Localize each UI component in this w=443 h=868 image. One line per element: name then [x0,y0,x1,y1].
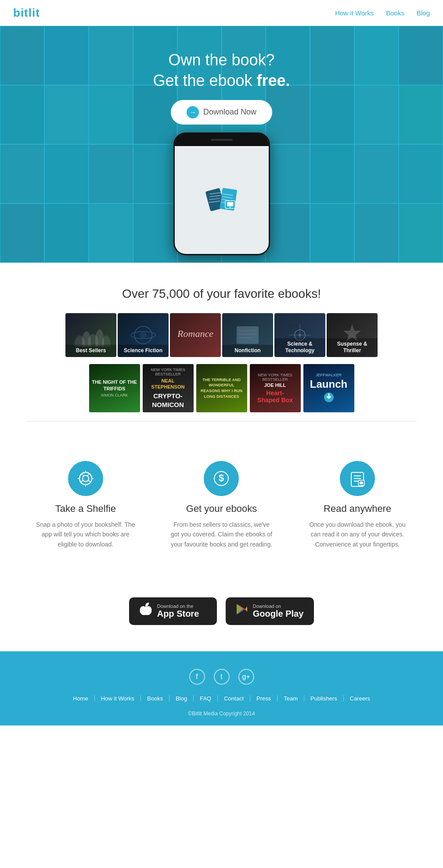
category-romance-label [170,351,221,357]
category-suspense-thriller[interactable]: Suspense & Thriller [327,313,378,357]
nav-how-it-works[interactable]: How it Works [335,9,374,17]
bitlit-book-icon [204,182,239,218]
footer-nav-books[interactable]: Books [141,695,169,702]
book-launch[interactable]: JEFFWALKER Launch [303,364,354,412]
read-icon [340,461,375,496]
google-play-text: Download on Google Play [253,604,304,619]
hero-section: Own the book? Get the ebook free. → Down… [0,26,443,263]
download-section: Download on the App Store Download on Go… [0,575,443,651]
arrow-circle-icon: → [187,106,199,118]
footer-nav-how-it-works[interactable]: How it Works [95,695,141,702]
book-heart-author: JOE HILL [264,382,286,388]
books-row: THE NIGHT OF THE TRIFFIDS SIMON CLARK NE… [13,364,430,412]
main-nav: How it Works Books Blog [335,9,430,17]
category-nonfiction-label: Nonfiction [222,345,273,357]
facebook-icon[interactable]: f [189,669,205,685]
google-play-large: Google Play [253,609,304,619]
download-now-button[interactable]: → Download Now [171,100,272,125]
ebooks-title: Over 75,000 of your favorite ebooks! [13,287,430,301]
footer-social: f t g+ [13,669,430,685]
phone-screen [175,146,269,254]
book-launch-title: Launch [310,378,347,390]
book-run[interactable]: the terrible and wonderful reasons why I… [196,364,247,412]
category-romance[interactable]: Romance [170,313,221,357]
header: bitlit How it Works Books Blog [0,0,443,26]
book-cryptonomicon[interactable]: NEW YORK TIMES BESTSELLER NEAL STEPHENSO… [143,364,194,412]
footer-nav-publishers[interactable]: Publishers [304,695,344,702]
svg-point-31 [83,475,89,482]
footer: f t g+ Home How it Works Books Blog FAQ … [0,651,443,725]
shelfie-desc: Snap a photo of your bookshelf. The app … [33,520,138,549]
nav-books[interactable]: Books [386,9,404,17]
phone-mockup [173,132,270,255]
svg-point-28 [299,334,301,336]
svg-point-19 [140,332,147,339]
hero-line1: Own the book? [168,51,274,69]
read-title: Read anywhere [305,503,410,514]
footer-nav-press[interactable]: Press [250,695,277,702]
app-store-large: App Store [157,609,199,619]
ebooks-feat-desc: From best sellers to classics, we've got… [169,520,274,549]
svg-rect-39 [360,482,363,484]
ebooks-feat-title: Get your ebooks [169,503,274,514]
footer-nav-faq[interactable]: FAQ [194,695,218,702]
category-science-technology[interactable]: Science & Technology [274,313,325,357]
category-best-sellers[interactable]: Best Sellers [65,313,116,357]
ebooks-section: Over 75,000 of your favorite ebooks! Bes… [0,263,443,435]
book-crypto-nyt: NEW YORK TIMES BESTSELLER [145,368,191,376]
phone-outer [173,132,270,255]
phone-top [175,134,269,146]
hero-free: free. [257,71,290,89]
google-play-button[interactable]: Download on Google Play [226,597,314,625]
footer-nav-home[interactable]: Home [67,695,95,702]
category-best-sellers-label: Best Sellers [65,345,116,357]
book-heart-shaped-box[interactable]: NEW YORK TIMES BESTSELLER JOE HILL Heart… [250,364,301,412]
apple-icon [140,603,152,620]
logo[interactable]: bitlit [13,6,40,20]
svg-text:$: $ [219,472,224,483]
feature-read: Read anywhere Once you download the eboo… [305,461,410,549]
twitter-icon[interactable]: t [214,669,230,685]
app-store-button[interactable]: Download on the App Store [129,597,217,625]
svg-point-30 [79,472,92,485]
nav-blog[interactable]: Blog [417,9,430,17]
romance-text: Romance [177,328,213,339]
svg-rect-11 [227,202,233,206]
book-heart-title: Heart-Shaped Box [257,389,293,404]
footer-nav-team[interactable]: Team [277,695,304,702]
category-suspense-thriller-label: Suspense & Thriller [327,338,378,357]
book-run-title: the terrible and wonderful reasons why I… [199,377,245,399]
googleplus-icon[interactable]: g+ [238,669,254,685]
book-triffids[interactable]: THE NIGHT OF THE TRIFFIDS SIMON CLARK [89,364,140,412]
book-triffids-author: SIMON CLARK [101,393,128,397]
hero-text: Own the book? Get the ebook free. [153,50,290,91]
copyright: ©Bitlit Media Copyright 2014 [13,711,430,717]
book-crypto-subtitle: CRYPTO-NOMICON [152,392,184,409]
category-science-fiction-label: Science Fiction [118,345,169,357]
category-science-fiction[interactable]: Science Fiction [118,313,169,357]
app-store-small: Download on the [157,604,194,609]
download-now-label: Download Now [203,107,256,117]
app-store-text: Download on the App Store [157,604,199,619]
feature-ebooks: $ Get your ebooks From best sellers to c… [169,461,274,549]
android-icon [236,603,248,619]
section-divider [26,421,417,421]
category-science-technology-label: Science & Technology [274,338,325,357]
category-nonfiction[interactable]: Nonfiction [222,313,273,357]
hero-line2-prefix: Get the ebook [153,71,256,89]
footer-nav-contact[interactable]: Contact [218,695,250,702]
book-crypto-title: NEAL STEPHENSON [145,378,191,390]
phone-speaker [211,139,233,141]
shelfie-title: Take a Shelfie [33,503,138,514]
ebooks-icon: $ [204,461,239,496]
book-triffids-title: THE NIGHT OF THE TRIFFIDS [92,379,137,392]
footer-nav-blog[interactable]: Blog [169,695,194,702]
svg-rect-21 [237,326,259,344]
google-play-small: Download on [253,604,281,609]
footer-nav: Home How it Works Books Blog FAQ Contact… [13,695,430,702]
read-desc: Once you download the ebook, you can rea… [305,520,410,549]
feature-shelfie: Take a Shelfie Snap a photo of your book… [33,461,138,549]
shelfie-icon [68,461,103,496]
footer-nav-careers[interactable]: Careers [344,695,376,702]
features-section: Take a Shelfie Snap a photo of your book… [0,435,443,575]
